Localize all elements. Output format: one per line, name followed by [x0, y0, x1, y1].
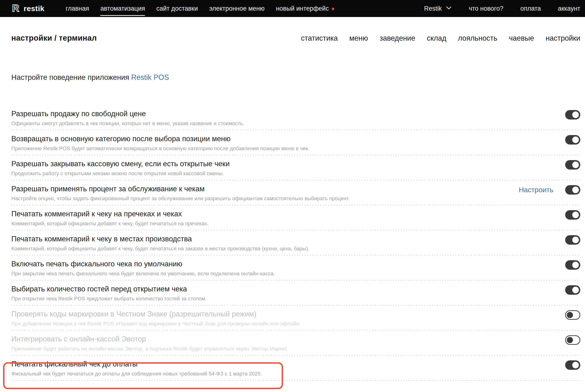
logo-text: restik	[23, 4, 44, 13]
toggle-close-shift[interactable]	[565, 160, 580, 170]
toggle-comment-production[interactable]	[565, 235, 580, 245]
toggle-evotor[interactable]	[565, 335, 580, 345]
nav-item-delivery-site[interactable]: сайт доставки	[156, 5, 198, 12]
toggle-knob	[572, 186, 579, 193]
tab-loyalty[interactable]: лояльность	[458, 34, 498, 42]
svg-text:R: R	[12, 2, 19, 14]
tab-settings[interactable]: настройки	[546, 34, 580, 42]
toggle-comment-prechecks[interactable]	[565, 210, 580, 220]
toggle-knob	[572, 236, 579, 243]
section-tabs: статистика меню заведение склад лояльнос…	[301, 34, 580, 42]
setting-description: При закрытии чека печать фискального чек…	[11, 270, 275, 277]
setting-description: Настройте опцию, чтобы задать фиксирован…	[11, 196, 350, 202]
toggle-knob	[572, 287, 579, 293]
nav-item-emenu[interactable]: электронное меню	[209, 5, 265, 12]
setting-row-fiscal-default: Включать печать фискального чека по умол…	[11, 256, 580, 280]
page-title: настройки / терминал	[11, 34, 97, 42]
setting-title: Возвращать в основную категорию после вы…	[11, 134, 310, 143]
nav-item-payment[interactable]: оплата	[520, 5, 541, 12]
setting-row-guest-count: Выбирать количество гостей перед открыти…	[11, 280, 580, 306]
toggle-knob	[567, 312, 573, 318]
setting-description: При добавлении позиции в чек Restik POS …	[11, 321, 301, 327]
setting-title: Проверять коды маркировки в Честном Знак…	[11, 310, 301, 318]
workspace-dropdown[interactable]: Restik	[424, 5, 452, 12]
setting-row-free-price: Разрешать продажу по свободной цене Офиц…	[11, 105, 580, 130]
main-nav: главная автоматизация сайт доставки элек…	[66, 5, 334, 12]
intro-text-static: Настройте поведение приложения	[11, 73, 131, 82]
tab-warehouse[interactable]: склад	[427, 34, 446, 42]
restik-logo-icon: R	[11, 2, 21, 14]
toggle-return-category[interactable]	[565, 135, 580, 144]
setting-description: Комментарий, который официанты добавят к…	[11, 246, 309, 252]
setting-description: Фискальный чек будет печататься до оплат…	[11, 371, 262, 377]
setting-title: Выбирать количество гостей перед открыти…	[11, 285, 207, 293]
toggle-guest-count[interactable]	[565, 285, 580, 295]
setting-description: Продолжить работу с открытыми чеками мож…	[11, 170, 230, 177]
nav-item-automation[interactable]: автоматизация	[100, 5, 145, 12]
page-header: настройки / терминал статистика меню зав…	[11, 34, 580, 42]
setting-description: Комментарий, который официанты добавят к…	[11, 220, 208, 227]
intro-text: Настройте поведение приложения Restik PO…	[11, 73, 580, 82]
nav-item-new-interface[interactable]: новый интерфейс	[276, 5, 334, 12]
setting-title: Печатать комментарий к чеку в местах про…	[11, 235, 309, 243]
toggle-fiscal-default[interactable]	[565, 260, 580, 270]
setting-title: Печатать фискальный чек до оплаты	[11, 360, 262, 368]
setting-description: При открытии чека Restik POS предложит в…	[11, 296, 207, 302]
setting-row-fiscal-before-payment: Печатать фискальный чек до оплаты Фискал…	[11, 356, 580, 381]
nav-item-new-interface-label: новый интерфейс	[276, 5, 329, 12]
restik-logo[interactable]: R restik	[11, 2, 44, 14]
toggle-fiscal-before-payment[interactable]	[565, 360, 580, 370]
setting-description: Приложение Restik POS будет автоматическ…	[11, 146, 310, 152]
setting-title: Разрешать продажу по свободной цене	[11, 110, 244, 118]
setting-row-close-shift: Разрешать закрывать кассовую смену, если…	[11, 156, 580, 180]
nav-item-whats-new[interactable]: что нового?	[469, 5, 503, 12]
toggle-knob	[572, 362, 579, 368]
toggle-knob	[572, 136, 579, 143]
setting-title: Разрешать закрывать кассовую смену, если…	[11, 160, 230, 168]
setting-title: Включать печать фискального чека по умол…	[11, 260, 275, 268]
setting-row-service-percent: Разрешать применять процент за обслужива…	[11, 180, 580, 206]
configure-link[interactable]: Настроить	[519, 186, 553, 194]
toggle-knob	[572, 112, 579, 118]
setting-description: Официанты смогут добавлять в чек позиции…	[11, 120, 244, 126]
toggle-service-percent[interactable]	[565, 185, 580, 194]
setting-row-evotor: Интегрировать с онлайн-кассой Эвотор При…	[11, 330, 580, 356]
top-navbar: R restik главная автоматизация сайт дост…	[0, 0, 585, 17]
toggle-knob	[572, 262, 579, 268]
toggle-free-price[interactable]	[565, 110, 580, 120]
restik-pos-link[interactable]: Restik POS	[131, 73, 169, 82]
toggle-knob	[572, 212, 579, 218]
setting-row-comment-production: Печатать комментарий к чеку в местах про…	[11, 230, 580, 256]
nav-item-account[interactable]: аккаунт	[558, 5, 580, 12]
workspace-label: Restik	[424, 5, 442, 12]
toggle-knob	[567, 337, 573, 343]
setting-description: Приложение будет работать на онлайн-касс…	[11, 346, 288, 352]
toggle-knob	[572, 162, 579, 168]
setting-row-return-category: Возвращать в основную категорию после вы…	[11, 130, 580, 156]
setting-title: Интегрировать с онлайн-кассой Эвотор	[11, 335, 288, 343]
setting-title: Печатать комментарий к чеку на пречеках …	[11, 210, 208, 218]
setting-title: Разрешать применять процент за обслужива…	[11, 185, 350, 193]
new-badge-dot	[332, 8, 334, 10]
tab-statistics[interactable]: статистика	[301, 34, 338, 42]
setting-row-comment-prechecks: Печатать комментарий к чеку на пречеках …	[11, 206, 580, 230]
setting-row-marking-codes: Проверять коды маркировки в Честном Знак…	[11, 306, 580, 330]
tab-venue[interactable]: заведение	[380, 34, 415, 42]
settings-terminal-page: настройки / терминал статистика меню зав…	[0, 34, 585, 381]
tab-tips[interactable]: чаевые	[509, 34, 534, 42]
tab-menu[interactable]: меню	[349, 34, 368, 42]
toggle-marking-codes[interactable]	[565, 310, 580, 320]
settings-list: Разрешать продажу по свободной цене Офиц…	[11, 105, 580, 381]
chevron-down-icon	[446, 6, 452, 11]
nav-item-main[interactable]: главная	[66, 5, 89, 12]
